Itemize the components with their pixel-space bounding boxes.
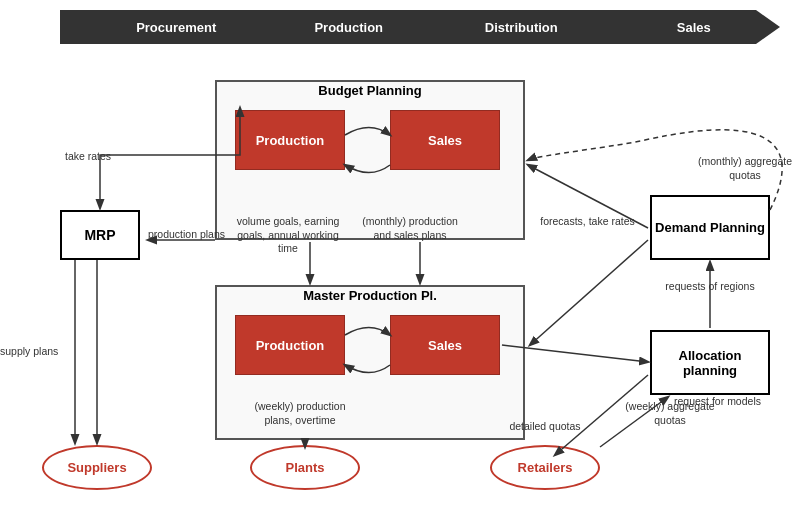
supply-chain-diagram: Procurement Production Distribution Sale… <box>0 0 800 516</box>
master-sales-label: Sales <box>428 338 462 353</box>
requests-regions-label: requests of regions <box>650 280 770 294</box>
retailers-label: Retailers <box>518 460 573 475</box>
retailers-ellipse: Retailers <box>490 445 600 490</box>
plants-ellipse: Plants <box>250 445 360 490</box>
production-label: Production <box>263 20 436 35</box>
take-rates-label: take rates <box>65 150 111 164</box>
suppliers-label: Suppliers <box>67 460 126 475</box>
detailed-quotas-label: detailed quotas <box>495 420 595 434</box>
budget-sales-box: Sales <box>390 110 500 170</box>
allocation-planning-label: Allocation planning <box>652 348 768 378</box>
weekly-production-label: (weekly) production plans, overtime <box>240 400 360 427</box>
sales-label: Sales <box>608 20 781 35</box>
monthly-aggregate-label: (monthly) aggregate quotas <box>690 155 800 182</box>
procurement-label: Procurement <box>90 20 263 35</box>
svg-line-7 <box>530 240 648 345</box>
monthly-production-label: (monthly) production and sales plans <box>355 215 465 242</box>
budget-production-box: Production <box>235 110 345 170</box>
master-sales-box: Sales <box>390 315 500 375</box>
mrp-label: MRP <box>84 227 115 243</box>
plants-label: Plants <box>285 460 324 475</box>
production-plans-label: production plans <box>148 228 225 242</box>
demand-planning-label: Demand Planning <box>655 220 765 235</box>
budget-sales-label: Sales <box>428 133 462 148</box>
demand-planning-box: Demand Planning <box>650 195 770 260</box>
master-production-sub-label: Production <box>256 338 325 353</box>
mrp-box: MRP <box>60 210 140 260</box>
master-production-title: Master Production Pl. <box>215 288 525 303</box>
volume-goals-label: volume goals, earning goals, annual work… <box>228 215 348 256</box>
supply-plans-label: supply plans <box>0 345 58 359</box>
budget-planning-title: Budget Planning <box>215 83 525 98</box>
process-flow-arrow: Procurement Production Distribution Sale… <box>60 10 780 44</box>
allocation-planning-box: Allocation planning <box>650 330 770 395</box>
budget-production-label: Production <box>256 133 325 148</box>
suppliers-ellipse: Suppliers <box>42 445 152 490</box>
request-models-label: request for models <box>660 395 775 409</box>
master-production-sub-box: Production <box>235 315 345 375</box>
forecasts-label: forecasts, take rates <box>540 215 635 229</box>
distribution-label: Distribution <box>435 20 608 35</box>
